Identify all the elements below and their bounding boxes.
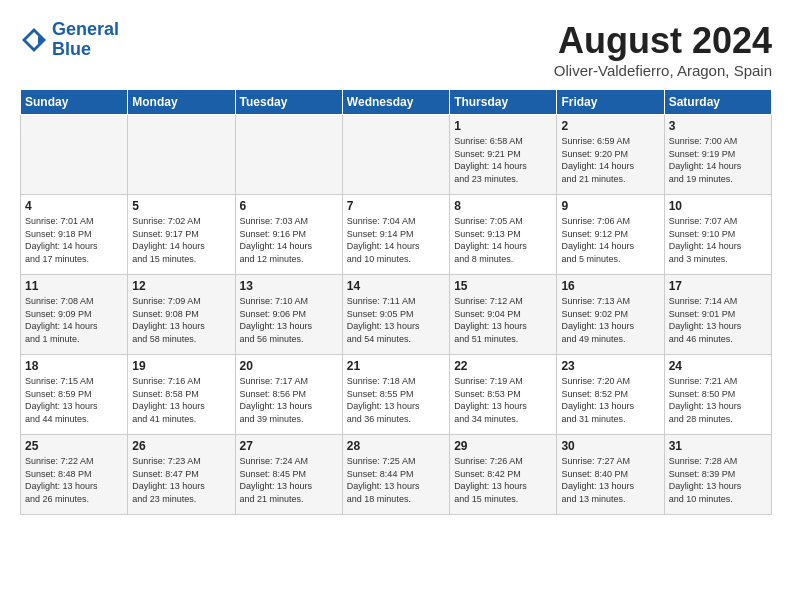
day-number: 24 <box>669 359 767 373</box>
calendar-cell <box>342 115 449 195</box>
day-content: Sunrise: 7:12 AMSunset: 9:04 PMDaylight:… <box>454 295 552 345</box>
day-number: 31 <box>669 439 767 453</box>
day-number: 19 <box>132 359 230 373</box>
calendar-title: August 2024 <box>554 20 772 62</box>
day-content: Sunrise: 7:14 AMSunset: 9:01 PMDaylight:… <box>669 295 767 345</box>
weekday-header-saturday: Saturday <box>664 90 771 115</box>
day-number: 22 <box>454 359 552 373</box>
day-content: Sunrise: 7:08 AMSunset: 9:09 PMDaylight:… <box>25 295 123 345</box>
day-content: Sunrise: 7:06 AMSunset: 9:12 PMDaylight:… <box>561 215 659 265</box>
day-number: 13 <box>240 279 338 293</box>
day-content: Sunrise: 7:00 AMSunset: 9:19 PMDaylight:… <box>669 135 767 185</box>
weekday-header-wednesday: Wednesday <box>342 90 449 115</box>
day-content: Sunrise: 7:15 AMSunset: 8:59 PMDaylight:… <box>25 375 123 425</box>
day-number: 16 <box>561 279 659 293</box>
day-number: 8 <box>454 199 552 213</box>
day-content: Sunrise: 7:16 AMSunset: 8:58 PMDaylight:… <box>132 375 230 425</box>
calendar-cell: 10Sunrise: 7:07 AMSunset: 9:10 PMDayligh… <box>664 195 771 275</box>
day-content: Sunrise: 7:28 AMSunset: 8:39 PMDaylight:… <box>669 455 767 505</box>
calendar-cell: 28Sunrise: 7:25 AMSunset: 8:44 PMDayligh… <box>342 435 449 515</box>
day-number: 3 <box>669 119 767 133</box>
day-number: 17 <box>669 279 767 293</box>
day-number: 2 <box>561 119 659 133</box>
day-content: Sunrise: 7:20 AMSunset: 8:52 PMDaylight:… <box>561 375 659 425</box>
day-number: 29 <box>454 439 552 453</box>
calendar-cell: 25Sunrise: 7:22 AMSunset: 8:48 PMDayligh… <box>21 435 128 515</box>
day-number: 7 <box>347 199 445 213</box>
day-number: 4 <box>25 199 123 213</box>
day-number: 25 <box>25 439 123 453</box>
calendar-cell: 5Sunrise: 7:02 AMSunset: 9:17 PMDaylight… <box>128 195 235 275</box>
day-number: 5 <box>132 199 230 213</box>
day-content: Sunrise: 7:26 AMSunset: 8:42 PMDaylight:… <box>454 455 552 505</box>
calendar-table: SundayMondayTuesdayWednesdayThursdayFrid… <box>20 89 772 515</box>
calendar-cell: 26Sunrise: 7:23 AMSunset: 8:47 PMDayligh… <box>128 435 235 515</box>
day-content: Sunrise: 7:19 AMSunset: 8:53 PMDaylight:… <box>454 375 552 425</box>
day-content: Sunrise: 7:25 AMSunset: 8:44 PMDaylight:… <box>347 455 445 505</box>
calendar-cell: 9Sunrise: 7:06 AMSunset: 9:12 PMDaylight… <box>557 195 664 275</box>
calendar-cell: 8Sunrise: 7:05 AMSunset: 9:13 PMDaylight… <box>450 195 557 275</box>
calendar-cell <box>235 115 342 195</box>
calendar-cell: 22Sunrise: 7:19 AMSunset: 8:53 PMDayligh… <box>450 355 557 435</box>
calendar-cell: 15Sunrise: 7:12 AMSunset: 9:04 PMDayligh… <box>450 275 557 355</box>
page-header: General Blue August 2024 Oliver-Valdefie… <box>20 20 772 79</box>
day-number: 26 <box>132 439 230 453</box>
calendar-cell: 16Sunrise: 7:13 AMSunset: 9:02 PMDayligh… <box>557 275 664 355</box>
day-number: 10 <box>669 199 767 213</box>
day-content: Sunrise: 7:02 AMSunset: 9:17 PMDaylight:… <box>132 215 230 265</box>
calendar-cell: 23Sunrise: 7:20 AMSunset: 8:52 PMDayligh… <box>557 355 664 435</box>
calendar-cell: 14Sunrise: 7:11 AMSunset: 9:05 PMDayligh… <box>342 275 449 355</box>
day-content: Sunrise: 7:07 AMSunset: 9:10 PMDaylight:… <box>669 215 767 265</box>
calendar-cell: 27Sunrise: 7:24 AMSunset: 8:45 PMDayligh… <box>235 435 342 515</box>
calendar-cell: 31Sunrise: 7:28 AMSunset: 8:39 PMDayligh… <box>664 435 771 515</box>
day-number: 1 <box>454 119 552 133</box>
calendar-cell: 18Sunrise: 7:15 AMSunset: 8:59 PMDayligh… <box>21 355 128 435</box>
calendar-cell: 7Sunrise: 7:04 AMSunset: 9:14 PMDaylight… <box>342 195 449 275</box>
logo: General Blue <box>20 20 119 60</box>
weekday-header-friday: Friday <box>557 90 664 115</box>
day-content: Sunrise: 7:27 AMSunset: 8:40 PMDaylight:… <box>561 455 659 505</box>
day-number: 11 <box>25 279 123 293</box>
day-number: 9 <box>561 199 659 213</box>
calendar-cell: 4Sunrise: 7:01 AMSunset: 9:18 PMDaylight… <box>21 195 128 275</box>
day-content: Sunrise: 7:17 AMSunset: 8:56 PMDaylight:… <box>240 375 338 425</box>
day-number: 12 <box>132 279 230 293</box>
title-block: August 2024 Oliver-Valdefierro, Aragon, … <box>554 20 772 79</box>
day-content: Sunrise: 6:59 AMSunset: 9:20 PMDaylight:… <box>561 135 659 185</box>
day-number: 23 <box>561 359 659 373</box>
logo-text: General Blue <box>52 20 119 60</box>
weekday-header-sunday: Sunday <box>21 90 128 115</box>
day-content: Sunrise: 7:03 AMSunset: 9:16 PMDaylight:… <box>240 215 338 265</box>
calendar-cell: 20Sunrise: 7:17 AMSunset: 8:56 PMDayligh… <box>235 355 342 435</box>
calendar-subtitle: Oliver-Valdefierro, Aragon, Spain <box>554 62 772 79</box>
day-content: Sunrise: 7:18 AMSunset: 8:55 PMDaylight:… <box>347 375 445 425</box>
day-content: Sunrise: 7:21 AMSunset: 8:50 PMDaylight:… <box>669 375 767 425</box>
calendar-cell: 11Sunrise: 7:08 AMSunset: 9:09 PMDayligh… <box>21 275 128 355</box>
day-number: 18 <box>25 359 123 373</box>
calendar-cell: 17Sunrise: 7:14 AMSunset: 9:01 PMDayligh… <box>664 275 771 355</box>
calendar-cell: 19Sunrise: 7:16 AMSunset: 8:58 PMDayligh… <box>128 355 235 435</box>
calendar-cell: 3Sunrise: 7:00 AMSunset: 9:19 PMDaylight… <box>664 115 771 195</box>
calendar-cell <box>128 115 235 195</box>
day-content: Sunrise: 7:23 AMSunset: 8:47 PMDaylight:… <box>132 455 230 505</box>
day-content: Sunrise: 7:24 AMSunset: 8:45 PMDaylight:… <box>240 455 338 505</box>
day-number: 6 <box>240 199 338 213</box>
calendar-cell: 1Sunrise: 6:58 AMSunset: 9:21 PMDaylight… <box>450 115 557 195</box>
day-number: 27 <box>240 439 338 453</box>
calendar-cell: 24Sunrise: 7:21 AMSunset: 8:50 PMDayligh… <box>664 355 771 435</box>
day-content: Sunrise: 7:13 AMSunset: 9:02 PMDaylight:… <box>561 295 659 345</box>
day-content: Sunrise: 6:58 AMSunset: 9:21 PMDaylight:… <box>454 135 552 185</box>
day-number: 30 <box>561 439 659 453</box>
calendar-cell <box>21 115 128 195</box>
day-number: 15 <box>454 279 552 293</box>
weekday-header-thursday: Thursday <box>450 90 557 115</box>
calendar-cell: 29Sunrise: 7:26 AMSunset: 8:42 PMDayligh… <box>450 435 557 515</box>
day-content: Sunrise: 7:04 AMSunset: 9:14 PMDaylight:… <box>347 215 445 265</box>
day-number: 20 <box>240 359 338 373</box>
weekday-header-monday: Monday <box>128 90 235 115</box>
day-content: Sunrise: 7:11 AMSunset: 9:05 PMDaylight:… <box>347 295 445 345</box>
day-content: Sunrise: 7:05 AMSunset: 9:13 PMDaylight:… <box>454 215 552 265</box>
day-content: Sunrise: 7:09 AMSunset: 9:08 PMDaylight:… <box>132 295 230 345</box>
day-content: Sunrise: 7:10 AMSunset: 9:06 PMDaylight:… <box>240 295 338 345</box>
weekday-header-tuesday: Tuesday <box>235 90 342 115</box>
